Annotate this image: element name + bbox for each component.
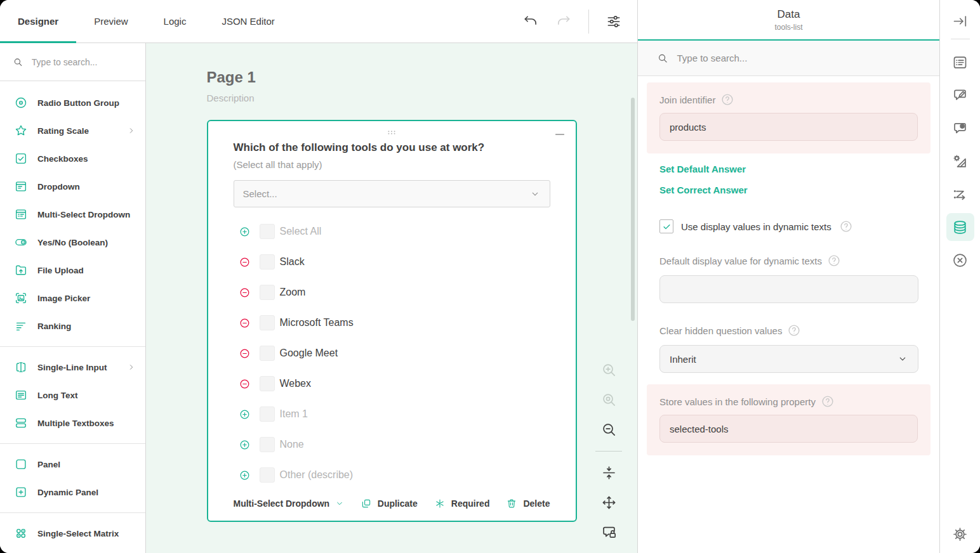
toolbox-item-multi-select-dropdown[interactable]: Multi-Select Dropdown — [0, 200, 145, 228]
remove-choice-icon[interactable] — [239, 317, 251, 329]
category-data[interactable] — [946, 213, 974, 241]
choice-row-zoom[interactable]: Zoom — [234, 277, 550, 308]
undo-icon[interactable] — [522, 13, 539, 30]
store-values-input[interactable] — [659, 415, 918, 443]
question-card[interactable]: Which of the following tools do you use … — [207, 120, 577, 522]
set-correct-answer-link[interactable]: Set Correct Answer — [659, 185, 748, 195]
category-validation[interactable] — [946, 244, 974, 276]
set-default-answer-link[interactable]: Set Default Answer — [659, 164, 746, 174]
toolbox-item-radio-button-group[interactable]: Radio Button Group — [0, 89, 145, 117]
choice-checkbox[interactable] — [260, 285, 275, 300]
choice-label[interactable]: None — [280, 439, 304, 450]
help-icon[interactable] — [821, 394, 835, 408]
choice-row-webex[interactable]: Webex — [234, 368, 550, 399]
tab-json-editor[interactable]: JSON Editor — [204, 0, 292, 42]
choice-checkbox[interactable] — [260, 346, 275, 361]
choice-checkbox[interactable] — [260, 407, 275, 422]
collapse-question-icon[interactable] — [553, 127, 567, 141]
question-type-selector[interactable]: Multi-Select Dropdown — [234, 498, 345, 509]
toolbox-item-single-select-matrix[interactable]: Single-Select Matrix — [0, 519, 145, 547]
choice-checkbox[interactable] — [260, 437, 275, 452]
choice-row-slack[interactable]: Slack — [234, 247, 550, 277]
collapse-panel-icon[interactable] — [951, 13, 969, 30]
expand-all-icon[interactable] — [600, 494, 618, 511]
clear-hidden-values-dropdown[interactable]: Inherit — [659, 345, 918, 373]
help-icon[interactable] — [839, 219, 853, 233]
page-title[interactable]: Page 1 — [207, 68, 577, 86]
choice-row-item1[interactable]: Item 1 — [234, 399, 550, 429]
category-general[interactable] — [946, 46, 974, 79]
strip-settings[interactable] — [951, 526, 969, 543]
remove-choice-icon[interactable] — [239, 348, 251, 360]
choice-label[interactable]: Microsoft Teams — [280, 317, 354, 329]
toolbox-item-multiple-textboxes[interactable]: Multiple Textboxes — [0, 409, 145, 437]
canvas-scrollbar[interactable] — [631, 98, 635, 321]
toolbox-item-boolean[interactable]: Yes/No (Boolean) — [0, 228, 145, 256]
choice-checkbox[interactable] — [260, 224, 275, 239]
toolbox-item-rating-scale[interactable]: Rating Scale — [0, 117, 145, 145]
help-icon[interactable] — [787, 323, 801, 337]
choice-label[interactable]: Google Meet — [280, 348, 338, 359]
default-display-value-input[interactable] — [659, 275, 918, 303]
zoom-reset-icon[interactable] — [600, 391, 618, 408]
choice-label[interactable]: Item 1 — [280, 408, 308, 420]
choice-label[interactable]: Select All — [280, 226, 322, 237]
tab-designer[interactable]: Designer — [0, 0, 76, 42]
drag-handle-icon[interactable] — [385, 126, 399, 140]
toolbox-item-panel[interactable]: Panel — [0, 450, 145, 478]
category-layout[interactable] — [946, 145, 974, 178]
tab-logic[interactable]: Logic — [146, 0, 204, 42]
remove-choice-icon[interactable] — [239, 378, 251, 390]
choice-row-other[interactable]: Other (describe) — [234, 460, 550, 490]
chevron-right-icon[interactable] — [126, 126, 136, 136]
remove-choice-icon[interactable] — [239, 287, 251, 299]
delete-button[interactable]: Delete — [506, 498, 550, 509]
category-choices-from-web[interactable] — [946, 112, 974, 145]
required-button[interactable]: Required — [434, 498, 490, 509]
choice-checkbox[interactable] — [260, 467, 275, 483]
question-title[interactable]: Which of the following tools do you use … — [234, 141, 550, 154]
collapse-all-icon[interactable] — [600, 464, 618, 481]
toolbox-item-image-picker[interactable]: Image Picker — [0, 284, 145, 312]
toolbox-search-input[interactable] — [32, 57, 133, 67]
choice-checkbox[interactable] — [260, 254, 275, 270]
choice-row-none[interactable]: None — [234, 429, 550, 460]
add-choice-icon[interactable] — [239, 408, 251, 420]
chevron-right-icon[interactable] — [126, 362, 136, 372]
choice-row-google-meet[interactable]: Google Meet — [234, 338, 550, 368]
choice-label[interactable]: Slack — [280, 256, 305, 268]
help-icon[interactable] — [720, 93, 734, 107]
property-search-input[interactable] — [677, 53, 920, 63]
add-choice-icon[interactable] — [239, 469, 251, 481]
choice-row-select-all[interactable]: Select All — [234, 216, 550, 247]
zoom-out-icon[interactable] — [600, 421, 618, 438]
lock-questions-icon[interactable] — [600, 524, 618, 541]
category-logic[interactable] — [946, 178, 974, 211]
use-display-values-checkbox[interactable] — [659, 219, 673, 233]
remove-choice-icon[interactable] — [239, 256, 251, 268]
add-choice-icon[interactable] — [239, 226, 251, 238]
question-description[interactable]: (Select all that apply) — [234, 159, 550, 170]
toolbox-item-dropdown[interactable]: Dropdown — [0, 172, 145, 200]
choice-label[interactable]: Other (describe) — [280, 469, 354, 481]
add-choice-icon[interactable] — [239, 439, 251, 451]
category-choices[interactable] — [946, 79, 974, 112]
toolbox-item-dynamic-panel[interactable]: Dynamic Panel — [0, 478, 145, 506]
toolbox-item-ranking[interactable]: Ranking — [0, 312, 145, 340]
choice-checkbox[interactable] — [260, 315, 275, 330]
choice-label[interactable]: Webex — [280, 378, 312, 389]
toolbox-item-checkboxes[interactable]: Checkboxes — [0, 145, 145, 172]
toolbox-item-long-text[interactable]: Long Text — [0, 381, 145, 409]
join-identifier-input[interactable] — [659, 113, 918, 141]
zoom-in-icon[interactable] — [600, 361, 618, 379]
tab-preview[interactable]: Preview — [76, 0, 145, 42]
choice-row-microsoft-teams[interactable]: Microsoft Teams — [234, 308, 550, 338]
choice-label[interactable]: Zoom — [280, 287, 306, 298]
question-select-combobox[interactable]: Select... — [234, 180, 550, 207]
duplicate-button[interactable]: Duplicate — [361, 498, 418, 509]
choice-checkbox[interactable] — [260, 376, 275, 391]
toolbox-item-file-upload[interactable]: File Upload — [0, 256, 145, 284]
toolbox-item-single-line-input[interactable]: Single-Line Input — [0, 353, 145, 381]
redo-icon[interactable] — [555, 13, 572, 30]
page-description[interactable]: Description — [207, 93, 577, 103]
